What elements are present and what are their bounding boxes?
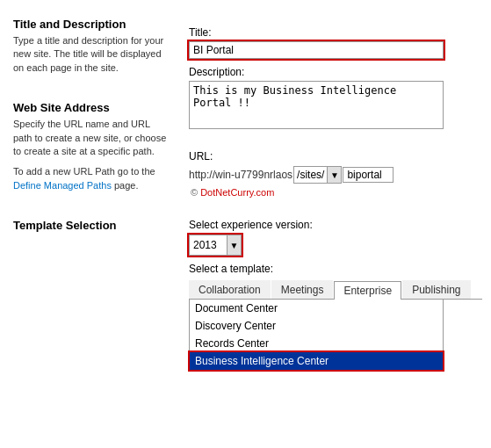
- template-item-document-center[interactable]: Document Center: [190, 300, 443, 317]
- url-path-dropdown-arrow[interactable]: ▼: [327, 167, 341, 183]
- template-selection-heading: Template Selection: [13, 219, 171, 232]
- url-end-input[interactable]: [343, 167, 394, 183]
- copyright-text: © DotNetCurry.com: [191, 187, 482, 198]
- managed-paths-note: To add a new URL Path go to the Define M…: [13, 165, 171, 192]
- template-label: Select a template:: [189, 263, 482, 275]
- url-label: URL:: [189, 150, 482, 163]
- template-item-bi-center[interactable]: Business Intelligence Center: [190, 352, 443, 370]
- experience-select-row: 2013 ▼: [189, 235, 482, 256]
- description-input[interactable]: This is my Business Intelligence Portal …: [189, 81, 444, 129]
- template-selection-area: Select experience version: 2013 ▼ Select…: [189, 219, 482, 371]
- title-input[interactable]: [189, 41, 444, 59]
- tab-meetings[interactable]: Meetings: [271, 280, 334, 299]
- template-list: Document Center Discovery Center Records…: [189, 300, 444, 371]
- left-column: Title and Description Type a title and d…: [0, 9, 184, 439]
- right-column: Title: Description: This is my Business …: [184, 9, 491, 439]
- title-description-desc: Type a title and description for your ne…: [13, 34, 171, 75]
- page: Title and Description Type a title and d…: [0, 0, 491, 448]
- title-label: Title:: [189, 26, 482, 39]
- tab-publishing[interactable]: Publishing: [402, 280, 470, 299]
- tab-collaboration[interactable]: Collaboration: [189, 280, 271, 299]
- experience-label: Select experience version:: [189, 219, 482, 231]
- url-path-value: /sites/: [294, 168, 327, 182]
- template-item-records-center[interactable]: Records Center: [190, 335, 443, 352]
- managed-paths-suffix: page.: [112, 180, 139, 191]
- copyright-site: DotNetCurry.com: [200, 187, 274, 198]
- url-path-select-wrapper[interactable]: /sites/ ▼: [293, 166, 342, 184]
- template-tabs-row: Collaboration Meetings Enterprise Publis…: [189, 280, 482, 300]
- template-item-discovery-center[interactable]: Discovery Center: [190, 317, 443, 335]
- web-site-address-heading: Web Site Address: [13, 101, 171, 114]
- experience-select-wrapper[interactable]: 2013 ▼: [189, 235, 242, 256]
- experience-dropdown-arrow[interactable]: ▼: [227, 235, 241, 255]
- web-site-address-desc: Specify the URL name and URL path to cre…: [13, 118, 171, 158]
- description-label: Description:: [189, 66, 482, 78]
- define-managed-paths-link[interactable]: Define Managed Paths: [13, 180, 112, 191]
- title-description-heading: Title and Description: [13, 18, 171, 31]
- experience-value: 2013: [190, 237, 227, 253]
- tab-enterprise[interactable]: Enterprise: [334, 281, 401, 300]
- managed-paths-prefix: To add a new URL Path go to the: [13, 166, 155, 177]
- url-row: http://win-u7799nrlaos /sites/ ▼: [189, 166, 482, 184]
- web-site-address-desc-text: Specify the URL name and URL path to cre…: [13, 119, 166, 156]
- url-static-text: http://win-u7799nrlaos: [189, 169, 292, 181]
